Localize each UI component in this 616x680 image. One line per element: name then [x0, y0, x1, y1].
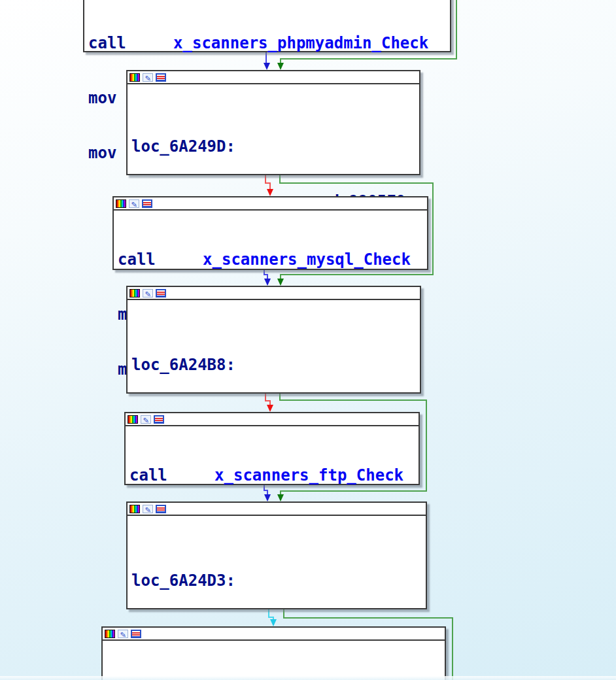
viewport-bottom-edge [0, 676, 616, 680]
asm-label-line: loc_6A24B8: [131, 356, 420, 374]
node-group-icon[interactable] [156, 289, 166, 298]
basic-block-call-postgres[interactable]: ✎ nop call x_scanners_postgres_Check [101, 626, 446, 680]
asm-label-line: loc_6A249D: [131, 137, 419, 156]
node-edit-icon[interactable]: ✎ [129, 199, 139, 208]
node-edit-icon[interactable]: ✎ [143, 289, 153, 298]
node-titlebar: ✎ [126, 413, 419, 426]
node-titlebar: ✎ [103, 628, 445, 641]
basic-block-loc_6A249D[interactable]: ✎ loc_6A249D: mov rcx, cs:qword_9905F0 c… [126, 70, 420, 175]
node-titlebar: ✎ [128, 503, 426, 516]
node-color-icon[interactable] [129, 73, 140, 82]
asm-line: call x_scanners_ftp_Check [129, 466, 419, 484]
node-group-icon[interactable] [154, 415, 164, 424]
node-color-icon[interactable] [129, 289, 140, 298]
graph-canvas[interactable]: call x_scanners_phpmyadmin_Check mov rax… [0, 0, 616, 680]
node-group-icon[interactable] [131, 630, 141, 638]
edge-jump-taken-line [452, 617, 453, 680]
basic-block-loc_6A24D3[interactable]: ✎ loc_6A24D3: mov rcx, cs:qword_990600 c… [126, 502, 427, 609]
basic-block-call-ftp[interactable]: ✎ call x_scanners_ftp_Check mov rax, [rs… [124, 412, 420, 485]
node-edit-icon[interactable]: ✎ [143, 73, 153, 82]
node-color-icon[interactable] [128, 415, 138, 424]
node-edit-icon[interactable]: ✎ [141, 415, 151, 424]
basic-block-call-mysql[interactable]: ✎ call x_scanners_mysql_Check mov rax, [… [112, 196, 428, 270]
node-group-icon[interactable] [156, 505, 166, 513]
node-edit-icon[interactable]: ✎ [118, 630, 128, 638]
node-titlebar: ✎ [128, 71, 419, 84]
edge-jump-taken-line [456, 0, 457, 60]
node-group-icon[interactable] [156, 73, 166, 82]
node-titlebar: ✎ [128, 287, 420, 300]
asm-label-line: loc_6A24D3: [131, 571, 426, 590]
asm-line: call x_scanners_phpmyadmin_Check [88, 34, 450, 52]
node-titlebar: ✎ [114, 197, 427, 211]
node-color-icon[interactable] [116, 199, 126, 208]
basic-block-loc_6A24B8[interactable]: ✎ loc_6A24B8: mov rcx, cs:qword_9905E8 c… [126, 286, 421, 394]
node-color-icon[interactable] [129, 505, 140, 513]
asm-line: call x_scanners_mysql_Check [118, 250, 427, 269]
node-color-icon[interactable] [105, 630, 115, 638]
basic-block-call-phpmyadmin[interactable]: call x_scanners_phpmyadmin_Check mov rax… [83, 0, 451, 52]
node-group-icon[interactable] [142, 199, 152, 208]
node-edit-icon[interactable]: ✎ [143, 505, 153, 513]
